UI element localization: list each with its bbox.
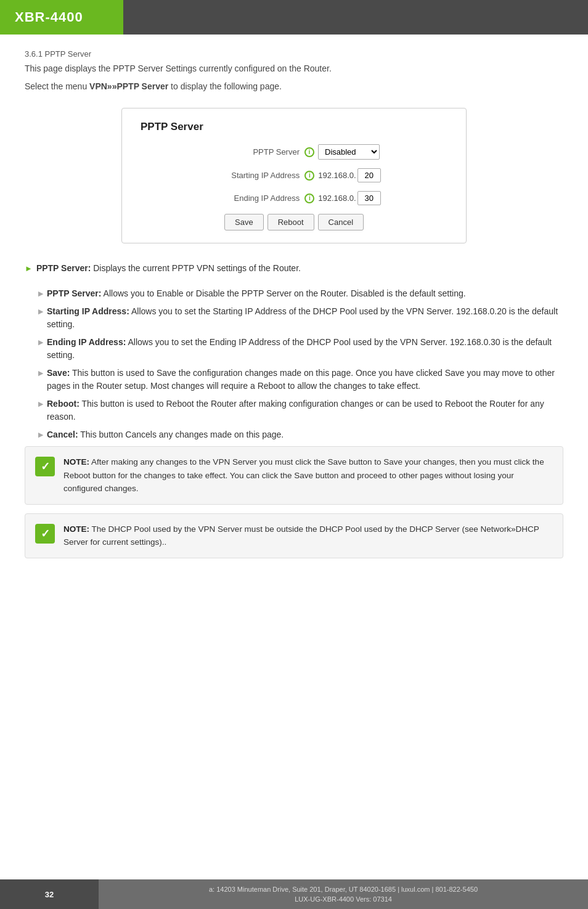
sub-item-text-3: Ending IP Address: Allows you to set the… [47,336,563,362]
list-item: ▶ Save: This button is used to Save the … [38,367,563,393]
reboot-button[interactable]: Reboot [267,214,314,230]
header-bar [123,0,588,35]
sub-arrow-icon-4: ▶ [38,368,43,378]
ending-ip-input[interactable] [357,191,381,205]
sub-arrow-icon-1: ▶ [38,288,43,299]
main-content: 3.6.1 PPTP Server This page displays the… [0,35,588,582]
footer-line1: a: 14203 Minuteman Drive, Suite 201, Dra… [209,886,478,893]
page-footer: 32 a: 14203 Minuteman Drive, Suite 201, … [0,879,588,909]
main-bullet-desc: Displays the current PPTP VPN settings o… [91,263,301,273]
note-text-2: NOTE: The DHCP Pool used by the VPN Serv… [63,523,553,549]
sub-item-label-4: Save: [47,368,70,378]
pptp-server-info-icon[interactable]: i [304,147,314,157]
select-menu-note: Select the menu VPN»»PPTP Server to disp… [25,80,563,93]
sub-bullet-list: ▶ PPTP Server: Allows you to Enable or D… [25,287,563,441]
list-item: ▶ Ending IP Address: Allows you to set t… [38,336,563,362]
note-box-2: ✓ NOTE: The DHCP Pool used by the VPN Se… [25,513,563,558]
pptp-server-select[interactable]: Disabled Enabled [318,144,380,160]
note-box-1: ✓ NOTE: After making any changes to the … [25,446,563,505]
sub-item-label-1: PPTP Server: [47,288,101,298]
note-text-1: NOTE: After making any changes to the VP… [63,455,553,495]
sub-item-text-2: Starting IP Address: Allows you to set t… [47,305,563,331]
sub-item-label-2: Starting IP Address: [47,306,129,316]
main-bullet-label: PPTP Server: [36,263,91,273]
sub-item-text-5: Reboot: This button is used to Reboot th… [47,397,563,423]
ending-ip-label: Ending IP Address [207,194,300,203]
section-desc: This page displays the PPTP Server Setti… [25,62,563,75]
list-item: ▶ Cancel: This button Cancels any change… [38,428,563,441]
starting-ip-row: Starting IP Address i 192.168.0. [141,168,447,182]
footer-line2: LUX-UG-XBR-4400 Vers: 07314 [295,895,392,903]
sub-item-label-5: Reboot: [47,399,80,409]
button-row: Save Reboot Cancel [141,214,447,230]
starting-ip-info-icon[interactable]: i [304,171,314,181]
sub-item-label-6: Cancel: [47,430,78,439]
footer-address: a: 14203 Minuteman Drive, Suite 201, Dra… [99,879,588,909]
main-bullet-list: ► PPTP Server: Displays the current PPTP… [25,262,563,275]
list-item: ▶ PPTP Server: Allows you to Enable or D… [38,287,563,300]
ending-ip-row: Ending IP Address i 192.168.0. [141,191,447,205]
sub-arrow-icon-3: ▶ [38,337,43,348]
pptp-server-row: PPTP Server i Disabled Enabled [141,144,447,160]
main-bullet-item: ► PPTP Server: Displays the current PPTP… [25,262,563,275]
ending-ip-info-icon[interactable]: i [304,194,314,203]
select-menu-suffix: to display the following page. [168,81,282,91]
note-bold-2: NOTE: [63,524,89,534]
list-item: ▶ Reboot: This button is used to Reboot … [38,397,563,423]
save-button[interactable]: Save [224,214,264,230]
sub-arrow-icon-5: ▶ [38,399,43,409]
footer-page-number: 32 [0,879,99,909]
pptp-server-box: PPTP Server PPTP Server i Disabled Enabl… [121,108,467,243]
select-menu-bold: VPN»»PPTP Server [89,81,168,91]
main-arrow-icon: ► [25,263,33,275]
starting-ip-label: Starting IP Address [207,171,300,180]
pptp-server-label: PPTP Server [207,147,300,157]
note-checkmark-icon-1: ✓ [35,457,55,476]
starting-ip-field-group: 192.168.0. [318,168,380,182]
starting-ip-input[interactable] [357,168,381,182]
sub-arrow-icon-2: ▶ [38,306,43,317]
note-bold-1: NOTE: [63,457,89,467]
ending-ip-field-group: 192.168.0. [318,191,380,205]
pptp-server-box-title: PPTP Server [141,121,447,133]
sub-item-text-6: Cancel: This button Cancels any changes … [47,428,284,441]
brand-title: XBR-4400 [15,9,83,25]
sub-item-text-4: Save: This button is used to Save the co… [47,367,563,393]
note-checkmark-icon-2: ✓ [35,524,55,544]
brand-block: XBR-4400 [0,0,123,35]
section-heading: 3.6.1 PPTP Server [25,49,563,59]
cancel-button[interactable]: Cancel [318,214,364,230]
list-item: ▶ Starting IP Address: Allows you to set… [38,305,563,331]
sub-arrow-icon-6: ▶ [38,430,43,440]
ending-ip-prefix: 192.168.0. [318,194,356,203]
starting-ip-prefix: 192.168.0. [318,171,356,180]
select-menu-prefix: Select the menu [25,81,89,91]
sub-item-text-1: PPTP Server: Allows you to Enable or Dis… [47,287,466,300]
page-header: XBR-4400 [0,0,588,35]
sub-item-label-3: Ending IP Address: [47,337,126,347]
main-bullet-text: PPTP Server: Displays the current PPTP V… [36,262,301,275]
